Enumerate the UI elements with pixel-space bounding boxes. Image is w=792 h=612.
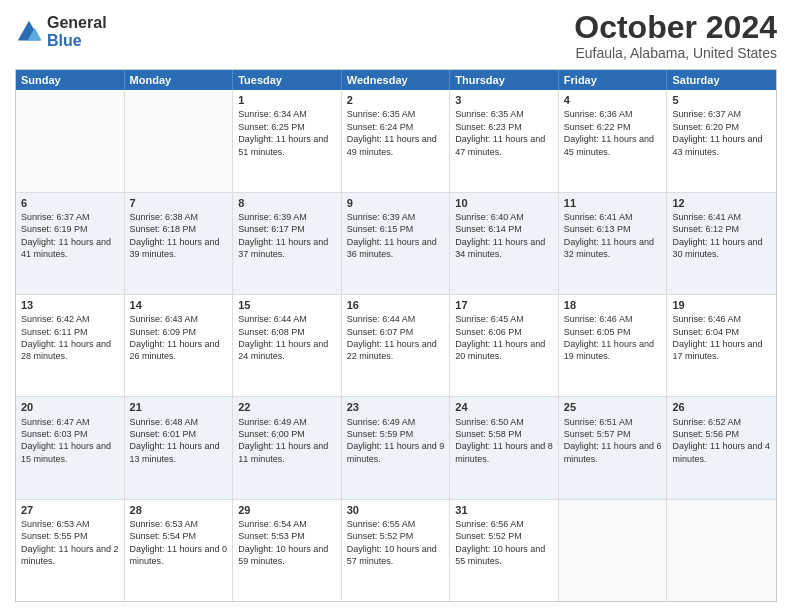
empty-cell [16,90,125,191]
logo-text: General Blue [47,14,107,49]
day-number: 23 [347,400,445,414]
day-number: 6 [21,196,119,210]
day-cell-22: 22Sunrise: 6:49 AM Sunset: 6:00 PM Dayli… [233,397,342,498]
day-number: 2 [347,93,445,107]
cell-info: Sunrise: 6:37 AM Sunset: 6:20 PM Dayligh… [672,109,762,156]
cell-info: Sunrise: 6:50 AM Sunset: 5:58 PM Dayligh… [455,417,553,464]
day-number: 22 [238,400,336,414]
cell-info: Sunrise: 6:51 AM Sunset: 5:57 PM Dayligh… [564,417,662,464]
day-number: 28 [130,503,228,517]
location: Eufaula, Alabama, United States [574,45,777,61]
day-cell-29: 29Sunrise: 6:54 AM Sunset: 5:53 PM Dayli… [233,500,342,601]
cell-info: Sunrise: 6:39 AM Sunset: 6:15 PM Dayligh… [347,212,437,259]
calendar-row-2: 6Sunrise: 6:37 AM Sunset: 6:19 PM Daylig… [16,192,776,294]
day-number: 1 [238,93,336,107]
day-cell-6: 6Sunrise: 6:37 AM Sunset: 6:19 PM Daylig… [16,193,125,294]
day-number: 19 [672,298,771,312]
day-number: 30 [347,503,445,517]
day-cell-2: 2Sunrise: 6:35 AM Sunset: 6:24 PM Daylig… [342,90,451,191]
cell-info: Sunrise: 6:44 AM Sunset: 6:07 PM Dayligh… [347,314,437,361]
logo-blue: Blue [47,32,107,50]
day-cell-10: 10Sunrise: 6:40 AM Sunset: 6:14 PM Dayli… [450,193,559,294]
day-cell-16: 16Sunrise: 6:44 AM Sunset: 6:07 PM Dayli… [342,295,451,396]
day-cell-4: 4Sunrise: 6:36 AM Sunset: 6:22 PM Daylig… [559,90,668,191]
day-cell-21: 21Sunrise: 6:48 AM Sunset: 6:01 PM Dayli… [125,397,234,498]
day-number: 25 [564,400,662,414]
day-number: 20 [21,400,119,414]
day-cell-8: 8Sunrise: 6:39 AM Sunset: 6:17 PM Daylig… [233,193,342,294]
day-number: 14 [130,298,228,312]
cell-info: Sunrise: 6:41 AM Sunset: 6:12 PM Dayligh… [672,212,762,259]
day-number: 9 [347,196,445,210]
calendar-row-3: 13Sunrise: 6:42 AM Sunset: 6:11 PM Dayli… [16,294,776,396]
cell-info: Sunrise: 6:41 AM Sunset: 6:13 PM Dayligh… [564,212,654,259]
cell-info: Sunrise: 6:43 AM Sunset: 6:09 PM Dayligh… [130,314,220,361]
header-day-monday: Monday [125,70,234,90]
day-number: 27 [21,503,119,517]
day-number: 17 [455,298,553,312]
cell-info: Sunrise: 6:54 AM Sunset: 5:53 PM Dayligh… [238,519,328,566]
cell-info: Sunrise: 6:34 AM Sunset: 6:25 PM Dayligh… [238,109,328,156]
day-cell-14: 14Sunrise: 6:43 AM Sunset: 6:09 PM Dayli… [125,295,234,396]
cell-info: Sunrise: 6:38 AM Sunset: 6:18 PM Dayligh… [130,212,220,259]
day-number: 5 [672,93,771,107]
cell-info: Sunrise: 6:53 AM Sunset: 5:55 PM Dayligh… [21,519,119,566]
empty-cell [667,500,776,601]
day-cell-7: 7Sunrise: 6:38 AM Sunset: 6:18 PM Daylig… [125,193,234,294]
cell-info: Sunrise: 6:35 AM Sunset: 6:24 PM Dayligh… [347,109,437,156]
day-number: 3 [455,93,553,107]
logo-icon [15,18,43,46]
calendar-row-1: 1Sunrise: 6:34 AM Sunset: 6:25 PM Daylig… [16,90,776,191]
cell-info: Sunrise: 6:39 AM Sunset: 6:17 PM Dayligh… [238,212,328,259]
cell-info: Sunrise: 6:47 AM Sunset: 6:03 PM Dayligh… [21,417,111,464]
day-cell-13: 13Sunrise: 6:42 AM Sunset: 6:11 PM Dayli… [16,295,125,396]
day-cell-18: 18Sunrise: 6:46 AM Sunset: 6:05 PM Dayli… [559,295,668,396]
logo: General Blue [15,14,107,49]
day-number: 10 [455,196,553,210]
day-cell-15: 15Sunrise: 6:44 AM Sunset: 6:08 PM Dayli… [233,295,342,396]
cell-info: Sunrise: 6:46 AM Sunset: 6:04 PM Dayligh… [672,314,762,361]
calendar-row-5: 27Sunrise: 6:53 AM Sunset: 5:55 PM Dayli… [16,499,776,601]
day-number: 21 [130,400,228,414]
cell-info: Sunrise: 6:42 AM Sunset: 6:11 PM Dayligh… [21,314,111,361]
day-cell-1: 1Sunrise: 6:34 AM Sunset: 6:25 PM Daylig… [233,90,342,191]
cell-info: Sunrise: 6:49 AM Sunset: 6:00 PM Dayligh… [238,417,328,464]
header: General Blue October 2024 Eufaula, Alaba… [15,10,777,61]
day-number: 24 [455,400,553,414]
cell-info: Sunrise: 6:56 AM Sunset: 5:52 PM Dayligh… [455,519,545,566]
day-cell-19: 19Sunrise: 6:46 AM Sunset: 6:04 PM Dayli… [667,295,776,396]
cell-info: Sunrise: 6:46 AM Sunset: 6:05 PM Dayligh… [564,314,654,361]
day-cell-24: 24Sunrise: 6:50 AM Sunset: 5:58 PM Dayli… [450,397,559,498]
day-cell-26: 26Sunrise: 6:52 AM Sunset: 5:56 PM Dayli… [667,397,776,498]
day-cell-31: 31Sunrise: 6:56 AM Sunset: 5:52 PM Dayli… [450,500,559,601]
day-cell-5: 5Sunrise: 6:37 AM Sunset: 6:20 PM Daylig… [667,90,776,191]
cell-info: Sunrise: 6:36 AM Sunset: 6:22 PM Dayligh… [564,109,654,156]
logo-general: General [47,14,107,32]
cell-info: Sunrise: 6:49 AM Sunset: 5:59 PM Dayligh… [347,417,445,464]
day-cell-3: 3Sunrise: 6:35 AM Sunset: 6:23 PM Daylig… [450,90,559,191]
day-number: 29 [238,503,336,517]
cell-info: Sunrise: 6:55 AM Sunset: 5:52 PM Dayligh… [347,519,437,566]
empty-cell [559,500,668,601]
cell-info: Sunrise: 6:44 AM Sunset: 6:08 PM Dayligh… [238,314,328,361]
day-cell-9: 9Sunrise: 6:39 AM Sunset: 6:15 PM Daylig… [342,193,451,294]
day-number: 12 [672,196,771,210]
day-cell-11: 11Sunrise: 6:41 AM Sunset: 6:13 PM Dayli… [559,193,668,294]
header-day-saturday: Saturday [667,70,776,90]
cell-info: Sunrise: 6:37 AM Sunset: 6:19 PM Dayligh… [21,212,111,259]
day-number: 11 [564,196,662,210]
day-cell-17: 17Sunrise: 6:45 AM Sunset: 6:06 PM Dayli… [450,295,559,396]
calendar-header: SundayMondayTuesdayWednesdayThursdayFrid… [16,70,776,90]
day-cell-12: 12Sunrise: 6:41 AM Sunset: 6:12 PM Dayli… [667,193,776,294]
header-day-wednesday: Wednesday [342,70,451,90]
cell-info: Sunrise: 6:52 AM Sunset: 5:56 PM Dayligh… [672,417,770,464]
empty-cell [125,90,234,191]
cell-info: Sunrise: 6:40 AM Sunset: 6:14 PM Dayligh… [455,212,545,259]
day-number: 4 [564,93,662,107]
month-title: October 2024 [574,10,777,45]
page: General Blue October 2024 Eufaula, Alaba… [0,0,792,612]
header-day-tuesday: Tuesday [233,70,342,90]
day-number: 16 [347,298,445,312]
day-cell-23: 23Sunrise: 6:49 AM Sunset: 5:59 PM Dayli… [342,397,451,498]
day-number: 15 [238,298,336,312]
